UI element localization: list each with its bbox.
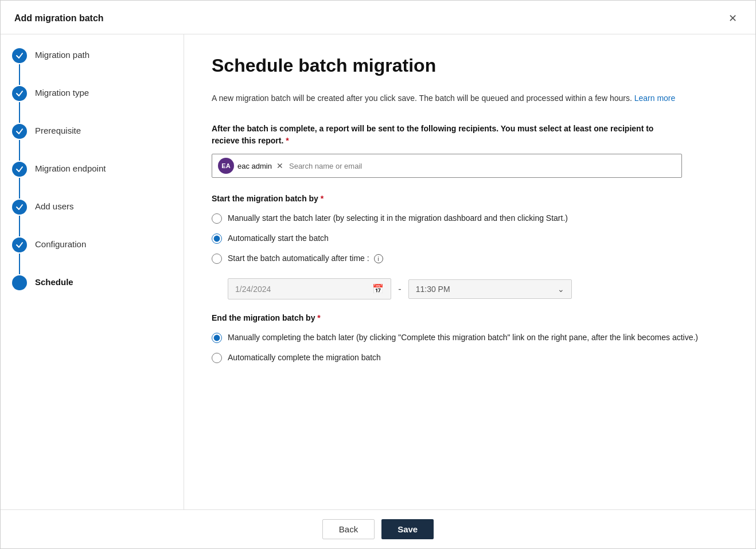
info-icon: i xyxy=(374,254,383,263)
sidebar-item-prerequisite[interactable]: Prerequisite xyxy=(12,124,172,162)
sidebar-item-label-migration-endpoint: Migration endpoint xyxy=(35,162,106,173)
check-icon xyxy=(15,127,24,135)
end-option-manually: Manually completing the batch later (by … xyxy=(212,332,728,344)
check-icon xyxy=(15,52,24,60)
manually-complete-label[interactable]: Manually completing the batch later (by … xyxy=(228,332,698,344)
time-select[interactable]: 11:30 PM ⌄ xyxy=(408,279,572,299)
date-value: 1/24/2024 xyxy=(235,285,271,294)
auto-start-radio[interactable] xyxy=(212,233,222,244)
sidebar-item-label-prerequisite: Prerequisite xyxy=(35,124,81,135)
start-after-time-label[interactable]: Start the batch automatically after time… xyxy=(228,252,383,264)
dialog-body: Migration path Migration type xyxy=(1,34,755,509)
end-radio-group: Manually completing the batch later (by … xyxy=(212,332,728,364)
step-circle-add-users xyxy=(12,200,27,215)
manually-complete-radio[interactable] xyxy=(212,333,222,343)
email-search-input[interactable] xyxy=(289,159,676,173)
manually-start-radio[interactable] xyxy=(212,213,222,224)
start-after-time-radio[interactable] xyxy=(212,254,222,264)
start-required-star: * xyxy=(321,194,324,203)
step-circle-migration-path xyxy=(12,48,27,63)
sidebar-item-migration-type[interactable]: Migration type xyxy=(12,86,172,124)
step-line-2 xyxy=(19,102,20,123)
time-value: 11:30 PM xyxy=(416,285,450,294)
info-text: A new migration batch will be created af… xyxy=(212,92,682,104)
dialog-header: Add migration batch ✕ xyxy=(1,1,755,34)
end-option-auto: Automatically complete the migration bat… xyxy=(212,352,728,364)
sidebar-item-label-migration-type: Migration type xyxy=(35,86,89,98)
start-option-manually: Manually start the batch later (by selec… xyxy=(212,212,728,224)
chevron-down-icon: ⌄ xyxy=(558,285,564,294)
add-migration-batch-dialog: Add migration batch ✕ Migration path xyxy=(0,0,756,549)
step-line-1 xyxy=(19,64,20,85)
check-icon xyxy=(15,165,24,173)
end-section-title: End the migration batch by * xyxy=(212,313,728,322)
date-input[interactable]: 1/24/2024 📅 xyxy=(228,278,391,299)
auto-complete-label[interactable]: Automatically complete the migration bat… xyxy=(228,352,381,364)
sidebar-item-label-schedule: Schedule xyxy=(35,275,73,287)
check-icon xyxy=(15,89,24,98)
page-title: Schedule batch migration xyxy=(212,55,728,76)
start-section-title: Start the migration batch by * xyxy=(212,194,728,203)
check-icon xyxy=(15,203,24,211)
check-icon xyxy=(15,241,24,249)
sidebar-item-label-configuration: Configuration xyxy=(35,237,86,249)
learn-more-link[interactable]: Learn more xyxy=(634,94,676,103)
datetime-row: 1/24/2024 📅 - 11:30 PM ⌄ xyxy=(228,278,572,299)
manually-start-label[interactable]: Manually start the batch later (by selec… xyxy=(228,212,568,224)
calendar-icon: 📅 xyxy=(372,283,384,294)
start-option-auto: Automatically start the batch xyxy=(212,232,728,244)
step-circle-schedule xyxy=(12,275,27,290)
sidebar-item-migration-endpoint[interactable]: Migration endpoint xyxy=(12,162,172,200)
sidebar-item-migration-path[interactable]: Migration path xyxy=(12,48,172,86)
step-circle-migration-endpoint xyxy=(12,162,27,177)
step-circle-migration-type xyxy=(12,86,27,101)
sidebar-item-schedule[interactable]: Schedule xyxy=(12,275,172,290)
step-line-5 xyxy=(19,216,20,236)
save-button[interactable]: Save xyxy=(381,519,434,539)
close-button[interactable]: ✕ xyxy=(724,10,742,27)
sidebar: Migration path Migration type xyxy=(1,34,184,509)
sidebar-item-configuration[interactable]: Configuration xyxy=(12,237,172,275)
sidebar-item-add-users[interactable]: Add users xyxy=(12,200,172,237)
tag-remove-button[interactable]: ✕ xyxy=(275,161,285,170)
email-input-area[interactable]: EA eac admin ✕ xyxy=(212,154,682,178)
sidebar-item-label-add-users: Add users xyxy=(35,200,74,211)
step-circle-configuration xyxy=(12,237,27,252)
back-button[interactable]: Back xyxy=(322,519,375,539)
avatar: EA xyxy=(218,158,234,174)
step-line-3 xyxy=(19,140,20,161)
main-content: Schedule batch migration A new migration… xyxy=(184,34,755,509)
sidebar-item-label-migration-path: Migration path xyxy=(35,48,89,60)
report-recipients-label: After the batch is complete, a report wi… xyxy=(212,123,682,147)
email-tag: EA eac admin ✕ xyxy=(218,158,285,174)
start-option-after-time: Start the batch automatically after time… xyxy=(212,252,728,264)
auto-complete-radio[interactable] xyxy=(212,353,222,363)
step-line-6 xyxy=(19,254,20,274)
end-required-star: * xyxy=(317,313,320,322)
step-circle-prerequisite xyxy=(12,124,27,139)
dialog-footer: Back Save xyxy=(1,509,755,548)
date-separator: - xyxy=(398,284,401,294)
tag-name: eac admin xyxy=(237,162,272,170)
start-radio-group: Manually start the batch later (by selec… xyxy=(212,212,728,264)
auto-start-label[interactable]: Automatically start the batch xyxy=(228,232,329,244)
required-star: * xyxy=(286,136,289,145)
dialog-title: Add migration batch xyxy=(14,13,104,24)
step-line-4 xyxy=(19,178,20,198)
